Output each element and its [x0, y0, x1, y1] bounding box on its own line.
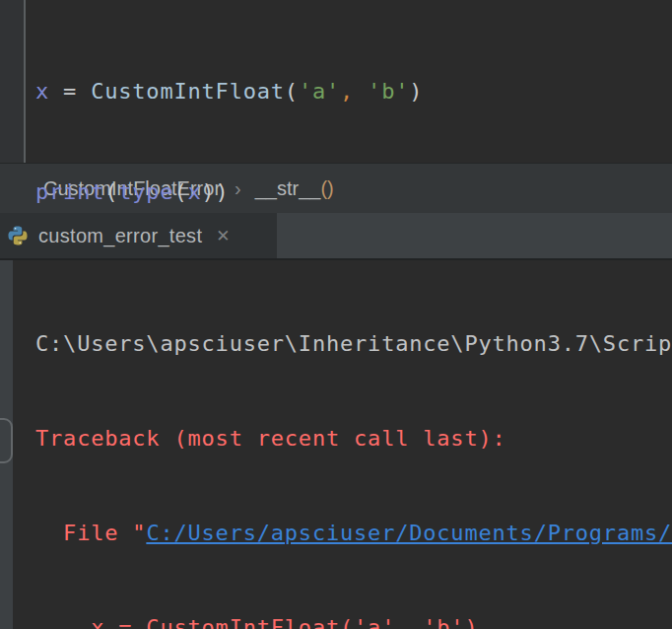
code-token: x [188, 179, 202, 204]
code-token: ( [285, 79, 299, 104]
python-icon [7, 225, 29, 246]
code-token: ) [409, 79, 423, 104]
stderr-text: File " [35, 521, 146, 545]
code-token: ( [104, 179, 118, 204]
code-token: x [35, 79, 49, 104]
file-link[interactable]: C:/Users/apsciuser/Documents/Programs/ [146, 521, 672, 545]
code-token: = [49, 79, 91, 104]
console-left-strip [0, 260, 13, 629]
code-token: 'b' [368, 79, 409, 104]
editor-gutter [0, 0, 26, 163]
stderr-text: Traceback (most recent call last): [35, 426, 506, 451]
code-token: print [35, 179, 104, 204]
ide-window: x = CustomIntFloat('a', 'b') print(type(… [0, 0, 672, 629]
code-token: CustomIntFloat [91, 79, 285, 104]
scrollbar-thumb[interactable] [0, 418, 13, 463]
code-editor[interactable]: x = CustomIntFloat('a', 'b') print(type(… [0, 0, 672, 164]
code-token: )) [202, 179, 230, 204]
code-line: x = CustomIntFloat('a', 'b') [35, 75, 423, 108]
console-line: File "C:/Users/apsciuser/Documents/Progr… [35, 518, 672, 549]
stdout-text: C:\Users\apsciuser\Inheritance\Python3.7… [35, 331, 672, 356]
code-token: type [118, 179, 173, 204]
code-token: ( [173, 179, 187, 204]
code-token [354, 79, 368, 104]
console-line: Traceback (most recent call last): [35, 423, 672, 454]
console-output: C:\Users\apsciuser\Inheritance\Python3.7… [35, 265, 672, 629]
code-token: 'a' [299, 79, 340, 104]
console-line: C:\Users\apsciuser\Inheritance\Python3.7… [35, 328, 672, 360]
console-line: x = CustomIntFloat('a', 'b') [35, 612, 672, 629]
code-line: print(type(x)) [35, 175, 423, 209]
run-console[interactable]: C:\Users\apsciuser\Inheritance\Python3.7… [0, 260, 672, 629]
code-token: , [340, 79, 354, 104]
code-area: x = CustomIntFloat('a', 'b') print(type(… [26, 0, 423, 163]
stderr-text: x = CustomIntFloat('a', 'b') [35, 615, 478, 629]
